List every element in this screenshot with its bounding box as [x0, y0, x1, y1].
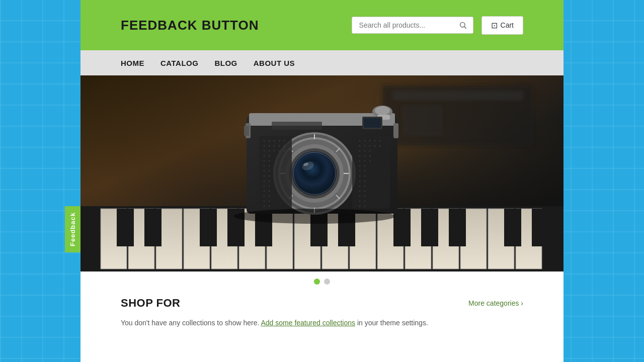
- hero-svg: [80, 75, 564, 272]
- svg-point-99: [264, 201, 265, 202]
- main-container: FEEDBACK BUTTON ⊡ Cart HOME CATA: [80, 0, 564, 362]
- svg-point-85: [264, 165, 265, 167]
- more-categories-link[interactable]: More categories ›: [468, 299, 523, 307]
- nav-catalog[interactable]: CATALOG: [152, 52, 206, 74]
- svg-point-128: [364, 175, 366, 177]
- svg-point-72: [269, 145, 270, 147]
- svg-point-95: [264, 191, 265, 192]
- svg-rect-35: [532, 209, 549, 246]
- svg-point-136: [364, 196, 366, 197]
- search-form: [352, 17, 473, 34]
- svg-point-116: [369, 150, 371, 152]
- svg-point-76: [264, 150, 265, 152]
- svg-point-82: [269, 155, 270, 157]
- svg-point-125: [359, 170, 361, 172]
- svg-point-83: [264, 160, 265, 162]
- add-collections-link[interactable]: Add some featured collections: [261, 319, 355, 327]
- svg-point-107: [374, 140, 376, 142]
- svg-point-135: [359, 196, 361, 197]
- collection-text-area: You don't have any collections to show h…: [80, 315, 564, 331]
- svg-rect-34: [504, 209, 521, 246]
- feedback-wrapper: Feedback: [65, 206, 80, 252]
- svg-point-114: [359, 150, 361, 152]
- svg-point-79: [279, 150, 280, 152]
- cart-button[interactable]: ⊡ Cart: [481, 16, 523, 35]
- svg-point-115: [364, 150, 366, 152]
- svg-point-109: [359, 145, 361, 147]
- nav-blog[interactable]: BLOG: [206, 52, 245, 74]
- collection-suffix-text: in your theme settings.: [357, 319, 428, 327]
- svg-rect-6: [403, 106, 443, 136]
- svg-rect-64: [393, 123, 398, 138]
- shop-section: SHOP FOR More categories ›: [80, 292, 564, 315]
- svg-rect-24: [117, 209, 134, 246]
- svg-point-71: [264, 145, 265, 147]
- svg-line-1: [464, 27, 466, 29]
- svg-point-111: [369, 145, 371, 147]
- search-icon: [459, 21, 467, 29]
- svg-point-133: [359, 191, 361, 192]
- svg-point-141: [234, 209, 395, 224]
- svg-point-134: [364, 191, 366, 192]
- nav-home[interactable]: HOME: [121, 52, 152, 74]
- svg-point-131: [359, 186, 361, 187]
- svg-point-84: [269, 160, 270, 162]
- svg-point-39: [375, 106, 390, 115]
- svg-point-126: [364, 170, 366, 172]
- svg-point-117: [359, 155, 361, 157]
- svg-point-94: [269, 186, 270, 187]
- svg-point-118: [364, 155, 366, 157]
- svg-point-132: [364, 186, 366, 187]
- search-input[interactable]: [352, 17, 453, 33]
- shop-title: SHOP FOR: [121, 297, 181, 310]
- svg-point-78: [274, 150, 275, 152]
- svg-point-137: [359, 201, 361, 202]
- carousel-dot-2[interactable]: [324, 279, 330, 285]
- svg-rect-63: [244, 126, 249, 136]
- carousel-dots: [80, 272, 564, 292]
- svg-point-106: [369, 140, 371, 142]
- svg-point-124: [364, 165, 366, 167]
- svg-point-70: [284, 140, 285, 142]
- svg-rect-25: [144, 209, 162, 246]
- site-header: FEEDBACK BUTTON ⊡ Cart: [80, 0, 564, 50]
- svg-point-129: [359, 180, 361, 182]
- hero-section: SHOP FOR More categories › You don't hav…: [80, 75, 564, 362]
- svg-point-140: [364, 206, 366, 207]
- svg-point-105: [364, 140, 366, 142]
- svg-point-122: [369, 160, 371, 162]
- svg-rect-42: [364, 118, 381, 128]
- svg-point-97: [264, 196, 265, 197]
- svg-point-81: [264, 155, 265, 157]
- svg-point-123: [359, 165, 361, 167]
- svg-point-139: [359, 206, 361, 207]
- svg-point-66: [264, 140, 265, 142]
- collection-empty-text: You don't have any collections to show h…: [121, 319, 259, 327]
- svg-point-127: [359, 175, 361, 177]
- svg-point-67: [269, 140, 270, 142]
- nav-about[interactable]: ABOUT US: [246, 52, 303, 74]
- cart-label: Cart: [501, 21, 514, 29]
- svg-point-110: [364, 145, 366, 147]
- feedback-button[interactable]: Feedback: [65, 206, 80, 252]
- svg-rect-31: [393, 209, 411, 246]
- svg-point-75: [284, 145, 285, 147]
- svg-rect-26: [200, 209, 217, 246]
- svg-point-80: [284, 150, 285, 152]
- svg-point-92: [269, 180, 270, 182]
- svg-point-90: [269, 175, 270, 177]
- svg-point-89: [264, 175, 265, 177]
- svg-point-130: [364, 180, 366, 182]
- svg-point-50: [292, 151, 337, 196]
- svg-point-113: [379, 145, 381, 147]
- svg-rect-43: [272, 122, 322, 130]
- svg-point-91: [264, 180, 265, 182]
- search-button[interactable]: [453, 17, 473, 33]
- svg-rect-103: [352, 136, 390, 209]
- site-title: FEEDBACK BUTTON: [121, 18, 259, 33]
- svg-rect-5: [392, 90, 523, 101]
- carousel-dot-1[interactable]: [314, 279, 320, 285]
- svg-point-73: [274, 145, 275, 147]
- svg-point-68: [274, 140, 275, 142]
- svg-point-108: [379, 140, 381, 142]
